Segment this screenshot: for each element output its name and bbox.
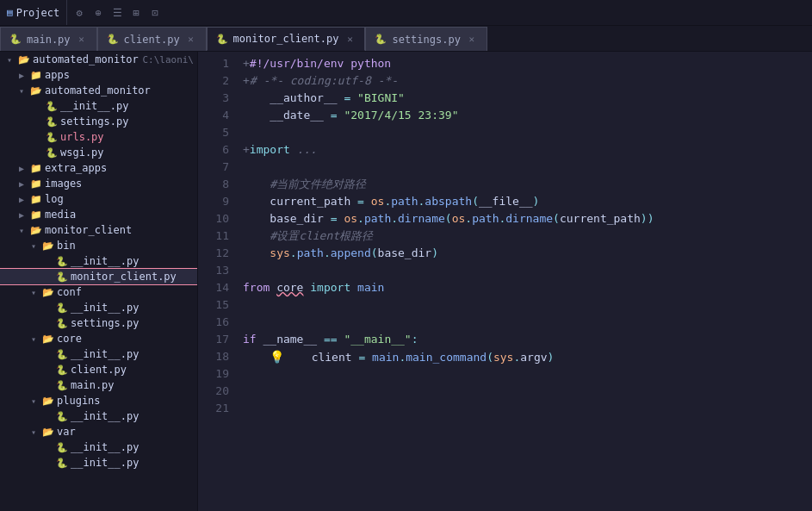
tab-close-monitor-client-py[interactable]: ✕ [344,34,356,45]
folder-icon-core: 📂 [42,333,54,345]
tree-item-monitor-client[interactable]: ▾ 📂 monitor_client [0,222,197,238]
tree-arrow-log: ▶ [15,195,28,204]
tree-label-init-conf: __init__.py [71,302,197,314]
tree-arrow-auto-sub: ▾ [15,86,28,96]
tree-label-apps: apps [45,69,197,81]
tab-main-py[interactable]: 🐍 main.py ✕ [0,27,97,51]
file-icon-init-1: 🐍 [46,101,58,112]
tree-item-media[interactable]: ▶ 📁 media [0,207,197,222]
tree-label-mc-py: monitor_client.py [71,271,197,283]
toolbar-icon-4[interactable]: ⊞ [127,4,145,22]
tab-icon-main-py: 🐍 [9,34,22,45]
tree-arrow-plugins: ▾ [28,396,40,406]
tree-label-settings-conf: settings.py [71,317,197,329]
tree-item-wsgi[interactable]: 🐍 wsgi.py [0,145,197,160]
file-icon-wsgi: 🐍 [46,147,58,159]
file-icon-main-core: 🐍 [56,380,68,391]
tab-label-main-py: main.py [27,34,71,46]
tree-item-init-1[interactable]: 🐍 __init__.py [0,98,197,114]
tree-item-urls[interactable]: 🐍 urls.py [0,129,197,145]
tree-item-client-core[interactable]: 🐍 client.py [0,362,197,377]
tree-item-init-bin[interactable]: 🐍 __init__.py [0,253,197,269]
code-lines[interactable]: +#!/usr/bin/env python +# -*- coding:utf… [236,52,812,511]
tree-label-init-1: __init__.py [60,100,197,112]
tree-item-init-core[interactable]: 🐍 __init__.py [0,346,197,362]
tree-item-main-core[interactable]: 🐍 main.py [0,377,197,393]
tree-item-log[interactable]: ▶ 📁 log [0,191,197,207]
tree-item-init-conf[interactable]: 🐍 __init__.py [0,300,197,315]
file-icon-urls: 🐍 [46,132,58,143]
project-text: Project [16,7,60,19]
tree-label-settings-1: settings.py [60,115,197,128]
toolbar-icon-1[interactable]: ⚙ [71,4,88,22]
toolbar-icon-3[interactable]: ☰ [108,4,126,22]
tree-item-automated-sub[interactable]: ▾ 📂 automated_monitor [0,83,197,98]
tree-item-init-var2[interactable]: 🐍 __init__.py [0,455,197,470]
tree-item-apps[interactable]: ▶ 📁 apps [0,67,197,83]
file-icon-client-core: 🐍 [56,365,68,376]
toolbar-icon-5[interactable]: ⊡ [146,4,164,22]
tree-label-main-core: main.py [71,379,197,391]
sidebar: ▾ 📂 automated_monitor C:\laoni\ ▶ 📁 apps… [0,52,198,511]
tree-label-wsgi: wsgi.py [60,146,197,159]
tree-item-var[interactable]: ▾ 📂 var [0,424,197,439]
code-editor[interactable]: 1 2 3 4 5 6 7 8 9 10 11 12 13 14 15 16 1… [198,52,812,511]
tree-label-plugins: plugins [57,395,197,407]
main-content: ▾ 📂 automated_monitor C:\laoni\ ▶ 📁 apps… [0,52,812,511]
tree-arrow-media: ▶ [15,210,28,220]
tree-arrow-root: ▾ [3,55,15,65]
tree-label-auto-sub: automated_monitor [45,84,197,97]
tree-arrow-monitor-client: ▾ [15,226,28,235]
tab-client-py[interactable]: 🐍 client.py ✕ [97,27,207,51]
tree-arrow-extra-apps: ▶ [15,164,28,173]
file-icon-init-bin: 🐍 [56,256,68,267]
tree-item-images[interactable]: ▶ 📁 images [0,176,197,191]
file-icon-init-plugins: 🐍 [56,411,68,422]
tree-item-settings-conf[interactable]: 🐍 settings.py [0,315,197,331]
tree-label-init-var: __init__.py [71,441,197,453]
tab-settings-py[interactable]: 🐍 settings.py ✕ [365,27,487,51]
tab-icon-client-py: 🐍 [107,34,119,45]
tree-item-core[interactable]: ▾ 📂 core [0,331,197,346]
tree-label-urls: urls.py [60,131,197,143]
file-icon-settings-conf: 🐍 [56,318,68,329]
tree-item-init-var[interactable]: 🐍 __init__.py [0,439,197,455]
tree-label-media: media [45,209,197,221]
folder-icon-var: 📂 [42,427,54,438]
tree-item-root[interactable]: ▾ 📂 automated_monitor C:\laoni\ [0,52,197,67]
folder-icon-bin: 📂 [42,240,54,252]
toolbar-icon-2[interactable]: ⊕ [90,4,107,22]
tree-item-conf[interactable]: ▾ 📂 conf [0,284,197,300]
folder-icon-conf: 📂 [42,287,54,298]
tree-label-init-plugins: __init__.py [71,410,197,422]
file-icon-init-var2: 🐍 [56,458,68,469]
folder-icon-images: 📁 [30,178,42,190]
tree-label-extra-apps: extra_apps [45,162,197,174]
tree-item-extra-apps[interactable]: ▶ 📁 extra_apps [0,160,197,176]
tab-close-main-py[interactable]: ✕ [76,34,88,45]
tree-item-plugins[interactable]: ▾ 📂 plugins [0,393,197,408]
file-icon-settings-1: 🐍 [46,116,58,128]
folder-icon-monitor-client: 📂 [30,225,42,236]
tree-label-log: log [45,193,197,205]
file-icon-mc-py: 🐍 [56,271,68,283]
line-numbers: 1 2 3 4 5 6 7 8 9 10 11 12 13 14 15 16 1… [198,52,236,511]
tree-label-root: automated_monitor [33,53,139,65]
tree-item-settings-1[interactable]: 🐍 settings.py [0,114,197,129]
tab-label-client-py: client.py [124,34,180,46]
file-icon-init-core: 🐍 [56,349,68,360]
tab-close-settings-py[interactable]: ✕ [466,34,478,45]
tab-icon-settings-py: 🐍 [375,34,387,45]
tree-arrow-var: ▾ [28,427,40,437]
tree-label-init-var2: __init__.py [71,457,197,469]
tab-close-client-py[interactable]: ✕ [185,34,197,45]
tree-arrow-apps: ▶ [15,71,28,80]
project-panel-label: ▤ Project [0,0,67,25]
tree-item-monitor-client-py[interactable]: 🐍 monitor_client.py [0,269,197,284]
tab-monitor-client-py[interactable]: 🐍 monitor_client.py ✕ [207,27,366,51]
tree-item-init-plugins[interactable]: 🐍 __init__.py [0,408,197,424]
folder-icon-plugins: 📂 [42,396,54,407]
project-icon: ▤ [7,7,13,18]
tree-label-conf: conf [57,286,197,298]
tree-item-bin[interactable]: ▾ 📂 bin [0,238,197,253]
